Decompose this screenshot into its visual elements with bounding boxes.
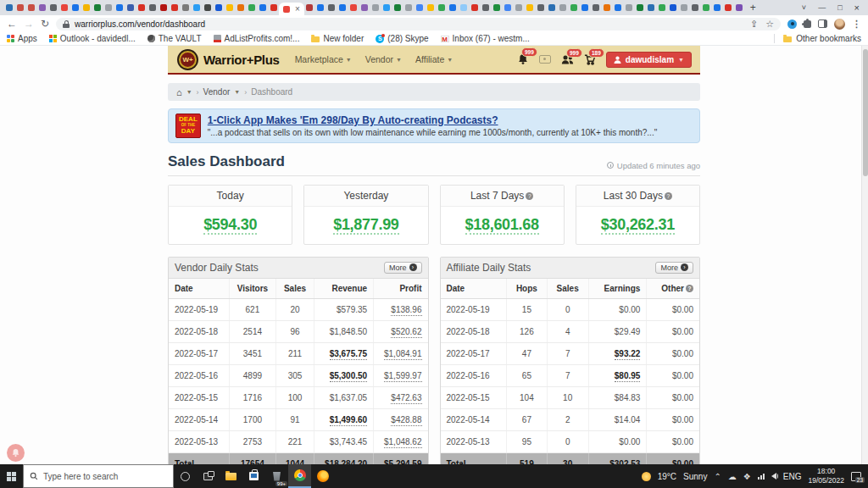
browser-tab[interactable] (626, 4, 632, 11)
tooltip-value[interactable]: $1,084.91 (384, 349, 422, 360)
tooltip-value[interactable]: $93.22 (615, 349, 641, 360)
browser-tab[interactable] (215, 4, 222, 11)
browser-tab[interactable] (714, 4, 721, 11)
browser-tab[interactable] (248, 4, 255, 11)
table-cell[interactable]: $1,499.60 (314, 408, 373, 430)
table-cell[interactable]: $138.96 (374, 298, 428, 320)
browser-tab[interactable] (259, 4, 266, 11)
new-tab-button[interactable]: + (750, 2, 756, 14)
weather-temp[interactable]: 19°C (658, 472, 676, 481)
help-icon[interactable]: ? (665, 192, 672, 200)
refresh-icon[interactable]: ↻ (41, 19, 49, 29)
table-cell[interactable]: $3,675.75 (314, 342, 373, 364)
profile-avatar[interactable] (834, 19, 845, 30)
table-cell[interactable]: $80.95 (588, 364, 647, 386)
dropbox-icon[interactable]: ❖ (743, 472, 751, 481)
weather-sun-icon[interactable] (642, 472, 651, 481)
taskbar-search[interactable]: Type here to search (23, 464, 174, 488)
browser-tab[interactable] (615, 4, 621, 11)
table-cell[interactable]: $1,599.97 (374, 364, 428, 386)
browser-tab[interactable] (637, 4, 643, 11)
browser-tab[interactable] (50, 4, 57, 11)
browser-tab[interactable] (648, 4, 654, 11)
tooltip-value[interactable]: $472.63 (391, 393, 421, 404)
browser-tab[interactable] (61, 4, 68, 11)
browser-tab[interactable] (17, 4, 24, 11)
apps-shortcut[interactable]: Apps (7, 34, 37, 43)
maximize-button[interactable]: □ (837, 3, 842, 12)
firefox-taskbar-button[interactable] (311, 464, 334, 488)
cart-button[interactable]: 189 (584, 54, 596, 65)
browser-tab[interactable] (670, 4, 676, 11)
browser-tab[interactable] (659, 4, 665, 11)
browser-tab[interactable] (306, 4, 313, 11)
action-center-button[interactable]: 23 (851, 472, 861, 481)
tab-strip[interactable]: × + ˅ — □ × (0, 0, 868, 15)
minimize-button[interactable]: — (818, 3, 826, 12)
side-panel-icon[interactable] (818, 19, 827, 28)
deal-of-the-day-banner[interactable]: DEAL OF THE DAY 1-Click App Makes 'Em 29… (168, 108, 700, 143)
table-cell[interactable]: $1,084.91 (374, 342, 428, 364)
browser-tab[interactable] (427, 4, 434, 11)
chrome-taskbar-button[interactable] (288, 464, 311, 488)
browser-tab[interactable] (328, 4, 335, 11)
table-cell[interactable]: $520.62 (374, 320, 428, 342)
scrollbar-thumb[interactable] (863, 49, 868, 176)
tooltip-value[interactable]: $1,499.60 (330, 415, 368, 426)
table-cell[interactable]: $93.22 (588, 342, 647, 364)
browser-tab[interactable] (149, 4, 156, 11)
table-cell[interactable]: $5,300.50 (314, 364, 373, 386)
tab-search-icon[interactable]: ˅ (802, 3, 806, 12)
start-button[interactable] (0, 464, 23, 488)
browser-tab[interactable] (526, 4, 533, 11)
affiliate-more-button[interactable]: More› (655, 262, 693, 274)
notification-bell-widget[interactable] (7, 444, 25, 462)
bookmark-skype[interactable]: S (28) Skype (376, 34, 428, 43)
browser-tab[interactable] (372, 4, 379, 11)
browser-tab[interactable] (471, 4, 478, 11)
tooltip-value[interactable]: $80.95 (615, 371, 641, 382)
browser-tab[interactable] (116, 4, 123, 11)
browser-tab[interactable] (515, 4, 522, 11)
bookmark-vault[interactable]: The VAULT (147, 34, 202, 43)
tooltip-value[interactable]: $428.88 (391, 415, 421, 426)
browser-tab[interactable] (339, 4, 346, 11)
onedrive-cloud-icon[interactable]: ☁ (728, 472, 737, 481)
extension-icon[interactable] (787, 19, 797, 29)
tabs-before[interactable] (3, 4, 279, 11)
browser-tab[interactable] (449, 4, 456, 11)
table-cell[interactable]: $428.88 (374, 408, 428, 430)
bookmark-gmail-inbox[interactable]: M Inbox (67) - westm... (441, 34, 530, 43)
browser-tab[interactable] (171, 4, 178, 11)
extensions-puzzle-icon[interactable] (804, 20, 811, 28)
file-explorer-button[interactable] (220, 464, 242, 488)
browser-tab[interactable] (725, 4, 732, 11)
tooltip-value[interactable]: $1,048.62 (384, 437, 422, 448)
nav-affiliate[interactable]: Affiliate▼ (415, 54, 453, 64)
browser-tab[interactable] (537, 4, 544, 11)
volume-icon[interactable] (771, 473, 776, 480)
active-tab[interactable]: × (279, 3, 304, 15)
browser-tab[interactable] (28, 4, 35, 11)
network-icon[interactable] (758, 474, 765, 480)
browser-tab[interactable] (548, 4, 555, 11)
browser-tab[interactable] (703, 4, 709, 11)
affiliates-menu[interactable]: 999 (561, 54, 574, 65)
browser-tab[interactable] (182, 4, 189, 11)
vendor-more-button[interactable]: More› (384, 262, 422, 274)
browser-tab[interactable] (237, 4, 244, 11)
language-indicator[interactable]: ENG (783, 472, 802, 481)
browser-tab[interactable] (138, 4, 145, 11)
user-menu-button[interactable]: dawudislam ▼ (606, 52, 692, 68)
warriorplus-logo[interactable]: W+ (179, 51, 197, 69)
browser-tab[interactable] (361, 4, 368, 11)
browser-tab[interactable] (504, 4, 511, 11)
browser-tab[interactable] (6, 4, 13, 11)
browser-tab[interactable] (160, 4, 167, 11)
browser-tab[interactable] (105, 4, 112, 11)
tab-close-icon[interactable]: × (295, 5, 300, 14)
task-view-button[interactable] (197, 464, 220, 488)
tooltip-value[interactable]: $3,675.75 (330, 349, 368, 360)
back-icon[interactable]: ← (7, 19, 17, 29)
deal-title-link[interactable]: 1-Click App Makes 'Em 298/Day By Auto-cr… (208, 114, 657, 126)
